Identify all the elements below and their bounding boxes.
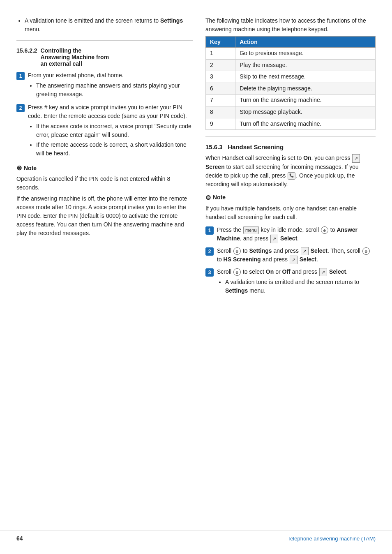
step563-2: 2 Scroll ⊕ to Settings and press ↗ Selec… — [205, 247, 376, 264]
step-2: 2 Press # key and a voice prompt invites… — [16, 103, 193, 159]
divider-1 — [16, 40, 193, 41]
step-1: 1 From your external phone, dial home. T… — [16, 71, 193, 100]
table-row: 7Turn on the answering machine. — [206, 95, 376, 106]
section-num-15622: 15.6.2.2 — [16, 47, 37, 54]
col-header-action: Action — [235, 37, 376, 48]
section-title-15622-line1: Controlling the — [41, 47, 109, 54]
table-row: 8Stop message playback. — [206, 106, 376, 118]
intro-bullet-item: A validation tone is emitted and the scr… — [25, 16, 193, 34]
section-15622-heading: 15.6.2.2 Controlling the Answering Machi… — [16, 47, 193, 67]
table-cell-action: Turn on the answering machine. — [235, 95, 376, 106]
note-icon-2: ⊜ — [205, 193, 211, 203]
table-row: 2Play the message. — [206, 59, 376, 71]
nav-scroll-icon-1: ⊕ — [321, 226, 328, 234]
step563-1: 1 Press the menu key in idle mode, scrol… — [205, 226, 376, 243]
note-label-2: Note — [213, 193, 226, 202]
note-icon-1: ⊜ — [16, 163, 22, 173]
table-row: 9Turn off the answering machine. — [206, 118, 376, 130]
page-footer: 64 Telephone answering machine (TAM) — [0, 531, 392, 546]
step-badge-2: 2 — [16, 104, 25, 112]
table-row: 1Go to previous message. — [206, 48, 376, 60]
right-column: The following table indicates how to acc… — [205, 16, 376, 300]
step563-1-content: Press the menu key in idle mode, scroll … — [217, 226, 376, 243]
step-1-bullet-1: The answering machine answers and starts… — [36, 81, 193, 99]
step563-badge-2: 2 — [205, 247, 214, 256]
table-cell-key: 3 — [206, 71, 235, 83]
section-title-15622-line3: an external call — [41, 60, 109, 67]
table-cell-key: 7 — [206, 95, 235, 106]
talk-key-icon: 📞 — [288, 172, 295, 180]
table-cell-action: Turn off the answering machine. — [235, 118, 376, 130]
col-header-key: Key — [206, 37, 235, 48]
screen-key-icon: ↗ — [352, 154, 360, 163]
nav-scroll-icon-4: ⊕ — [233, 268, 241, 276]
step-2-subbullets: If the access code is incorrect, a voice… — [28, 122, 193, 158]
key-action-table: Key Action 1Go to previous message.2Play… — [205, 36, 376, 130]
step563-3: 3 Scroll ⊕ to select On or Off and press… — [205, 268, 376, 297]
step-1-subbullets: The answering machine answers and starts… — [28, 81, 193, 99]
note-title-1: ⊜ Note — [16, 163, 193, 173]
select-key-icon-2: ↗ — [301, 247, 309, 256]
step563-badge-1: 1 — [205, 226, 214, 235]
steps-15622: 1 From your external phone, dial home. T… — [16, 71, 193, 159]
table-intro-text: The following table indicates how to acc… — [205, 16, 376, 34]
section-1563-heading: 15.6.3 Handset Screening — [205, 143, 376, 150]
nav-scroll-icon-2: ⊕ — [233, 247, 241, 255]
step563-2-content: Scroll ⊕ to Settings and press ↗ Select.… — [217, 247, 376, 264]
divider-2 — [205, 136, 376, 137]
table-cell-key: 9 — [206, 118, 235, 130]
note-box-2: ⊜ Note If you have multiple handsets, on… — [205, 193, 376, 222]
section-title-1563: Handset Screening — [228, 143, 284, 150]
table-cell-action: Go to previous message. — [235, 48, 376, 60]
table-cell-action: Play the message. — [235, 59, 376, 71]
menu-key-icon: menu — [243, 226, 259, 235]
step563-3-content: Scroll ⊕ to select On or Off and press ↗… — [217, 268, 376, 297]
step563-badge-3: 3 — [205, 268, 214, 277]
table-header-row: Key Action — [206, 37, 376, 48]
table-cell-key: 2 — [206, 59, 235, 71]
step563-3-subbullets: A validation tone is emitted and the scr… — [217, 278, 376, 295]
step-1-content: From your external phone, dial home. The… — [28, 71, 193, 100]
step563-3-bullet-1: A validation tone is emitted and the scr… — [225, 278, 376, 295]
page-chapter: Telephone answering machine (TAM) — [288, 536, 376, 542]
step-2-bullet-1: If the access code is incorrect, a voice… — [36, 122, 193, 139]
table-cell-action: Stop message playback. — [235, 106, 376, 118]
select-key-icon-3: ↗ — [290, 256, 297, 264]
select-key-icon-4: ↗ — [319, 268, 327, 277]
steps-1563: 1 Press the menu key in idle mode, scrol… — [205, 226, 376, 297]
note-box-1: ⊜ Note Operation is cancelled if the PIN… — [16, 163, 193, 238]
table-cell-action: Skip to the next message. — [235, 71, 376, 83]
note-para-1: Operation is cancelled if the PIN code i… — [16, 175, 193, 192]
note-title-2: ⊜ Note — [205, 193, 376, 203]
table-cell-key: 1 — [206, 48, 235, 60]
step-badge-1: 1 — [16, 72, 25, 80]
note-label-1: Note — [24, 164, 37, 173]
intro-bullet-list: A validation tone is emitted and the scr… — [16, 16, 193, 34]
nav-scroll-icon-3: ⊕ — [362, 247, 370, 255]
table-cell-key: 8 — [206, 106, 235, 118]
page-number: 64 — [16, 535, 23, 542]
left-column: A validation tone is emitted and the scr… — [16, 16, 193, 300]
select-key-icon-1: ↗ — [270, 235, 278, 243]
section-1563-intro: When Handset call screening is set to On… — [205, 154, 376, 189]
table-row: 6Delete the playing message. — [206, 83, 376, 95]
section-num-1563: 15.6.3 — [205, 143, 223, 150]
table-row: 3Skip to the next message. — [206, 71, 376, 83]
note-para-2: If the answering machine is off, the pho… — [16, 194, 193, 238]
table-cell-key: 6 — [206, 83, 235, 95]
note2-text: If you have multiple handsets, only one … — [205, 204, 376, 222]
section-title-15622-line2: Answering Machine from — [41, 54, 109, 60]
table-cell-action: Delete the playing message. — [235, 83, 376, 95]
step-2-bullet-2: If the remote access code is correct, a … — [36, 141, 193, 158]
step-2-content: Press # key and a voice prompt invites y… — [28, 103, 193, 159]
